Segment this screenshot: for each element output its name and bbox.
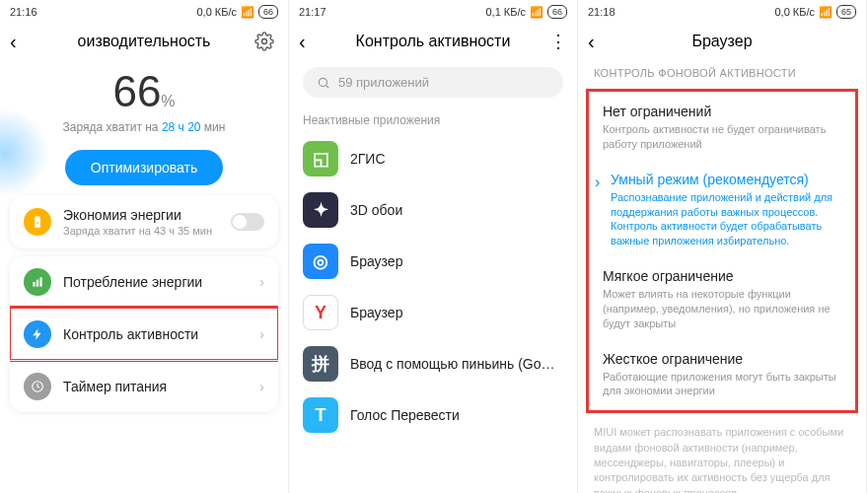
- status-time: 21:18: [588, 6, 615, 18]
- row-activity-control[interactable]: Контроль активности ›: [10, 308, 278, 360]
- app-label: Браузер: [350, 305, 563, 320]
- row-title: Таймер питания: [63, 379, 248, 394]
- svg-rect-1: [33, 282, 35, 287]
- option-desc: Контроль активности не будет ограничиват…: [603, 122, 841, 152]
- status-time: 21:16: [10, 6, 37, 18]
- app-label: Ввод с помощью пиньинь (Go…: [350, 356, 563, 372]
- option-desc: Распознавание приложений и действий для …: [611, 190, 841, 248]
- app-icon: ◱: [303, 141, 338, 176]
- restriction-option[interactable]: Жесткое ограничениеРаботающие приложения…: [589, 341, 855, 409]
- app-row[interactable]: ◱2ГИС: [289, 133, 577, 184]
- option-desc: Может влиять на некоторые функции (напри…: [603, 287, 841, 331]
- app-label: Голос Перевести: [350, 407, 563, 423]
- row-subtitle: Заряда хватит на 43 ч 35 мин: [63, 225, 219, 237]
- page-title: Контроль активности: [323, 33, 543, 50]
- signal-icon: 📶: [530, 6, 543, 19]
- app-label: 2ГИС: [350, 151, 563, 167]
- page-title: Браузер: [612, 33, 832, 50]
- svg-rect-3: [39, 277, 41, 286]
- app-icon: T: [303, 397, 338, 433]
- screen-performance: 21:16 0,0 КБ/с 📶 66 ‹ оизводительность 6…: [0, 0, 289, 493]
- option-title: Умный режим (рекомендуется): [611, 172, 841, 187]
- search-icon: [317, 76, 330, 90]
- section-header: Неактивные приложения: [289, 106, 577, 133]
- more-icon[interactable]: ⋮: [543, 31, 567, 52]
- chevron-right-icon: ›: [259, 326, 264, 342]
- battery-gauge: 66% Заряда хватит на 28 ч 20 мин: [0, 61, 288, 136]
- app-row[interactable]: ◎Браузер: [289, 236, 577, 287]
- app-row[interactable]: YБраузер: [289, 287, 577, 338]
- option-title: Мягкое ограничение: [603, 268, 841, 284]
- settings-icon[interactable]: [254, 32, 278, 51]
- restriction-option[interactable]: Умный режим (рекомендуется)Распознавание…: [589, 162, 855, 258]
- optimize-button[interactable]: Оптимизировать: [65, 150, 223, 185]
- row-title: Контроль активности: [63, 326, 248, 342]
- row-title: Потребление энергии: [63, 274, 248, 290]
- settings-list-card: Потребление энергии › Контроль активност…: [10, 256, 278, 412]
- back-button[interactable]: ‹: [588, 31, 612, 53]
- app-icon: 拼: [303, 346, 338, 382]
- row-title: Экономия энергии: [63, 207, 219, 223]
- restriction-option[interactable]: Мягкое ограничениеМожет влиять на некото…: [589, 258, 855, 341]
- battery-icon: 66: [258, 5, 278, 19]
- restriction-option[interactable]: Нет ограниченийКонтроль активности не бу…: [589, 94, 855, 162]
- statusbar: 21:18 0,0 КБ/с 📶 65: [578, 0, 866, 22]
- energy-toggle[interactable]: [231, 213, 264, 231]
- status-time: 21:17: [299, 6, 326, 18]
- statusbar: 21:17 0,1 КБ/с 📶 66: [289, 0, 577, 22]
- options-list: Нет ограниченийКонтроль активности не бу…: [586, 89, 858, 413]
- status-net: 0,0 КБ/с: [196, 6, 237, 18]
- option-title: Жесткое ограничение: [603, 351, 841, 367]
- svg-point-5: [319, 78, 326, 86]
- app-label: Браузер: [350, 253, 563, 269]
- app-row[interactable]: 拼Ввод с помощью пиньинь (Go…: [289, 338, 577, 389]
- signal-icon: 📶: [241, 6, 254, 19]
- app-icon: ◎: [303, 244, 338, 279]
- category-header: КОНТРОЛЬ ФОНОВОЙ АКТИВНОСТИ: [578, 61, 866, 89]
- row-power-timer[interactable]: Таймер питания ›: [10, 360, 278, 412]
- battery-icon: 66: [547, 5, 567, 19]
- option-title: Нет ограничений: [603, 104, 841, 119]
- status-net: 0,1 КБ/с: [485, 6, 526, 18]
- app-icon: Y: [303, 295, 338, 330]
- back-button[interactable]: ‹: [299, 31, 323, 53]
- row-power-usage[interactable]: Потребление энергии ›: [10, 256, 278, 308]
- battery-save-icon: [24, 208, 51, 236]
- gauge-percent: %: [161, 93, 175, 109]
- screen-browser-activity: 21:18 0,0 КБ/с 📶 65 ‹ Браузер КОНТРОЛЬ Ф…: [578, 0, 867, 493]
- chevron-right-icon: ›: [259, 379, 264, 394]
- svg-rect-2: [36, 280, 38, 287]
- option-desc: Работающие приложения могут быть закрыты…: [603, 370, 841, 399]
- status-net: 0,0 КБ/с: [774, 6, 815, 18]
- header: ‹ Браузер: [578, 22, 866, 61]
- statusbar: 21:16 0,0 КБ/с 📶 66: [0, 0, 288, 22]
- app-icon: ✦: [303, 192, 338, 228]
- app-row[interactable]: ✦3D обои: [289, 184, 577, 236]
- signal-icon: 📶: [819, 6, 832, 19]
- screen-activity-control: 21:17 0,1 КБ/с 📶 66 ‹ Контроль активност…: [289, 0, 578, 493]
- gauge-value: 66: [112, 67, 161, 115]
- app-list: ◱2ГИС✦3D обои◎БраузерYБраузер拼Ввод с пом…: [289, 133, 577, 441]
- bolt-icon: [24, 320, 51, 348]
- page-title: оизводительность: [34, 33, 254, 50]
- clock-icon: [24, 373, 51, 400]
- header: ‹ оизводительность: [0, 22, 288, 61]
- footnote: MIUI может распознавать приложения с осо…: [578, 413, 866, 493]
- back-button[interactable]: ‹: [10, 31, 34, 53]
- row-energy-saver[interactable]: Экономия энергии Заряда хватит на 43 ч 3…: [10, 195, 278, 248]
- bars-icon: [24, 268, 51, 296]
- search-input[interactable]: 59 приложений: [303, 67, 563, 98]
- chevron-right-icon: ›: [259, 274, 264, 290]
- svg-point-0: [262, 39, 267, 44]
- app-label: 3D обои: [350, 202, 563, 218]
- app-row[interactable]: TГолос Перевести: [289, 389, 577, 441]
- energy-saver-card: Экономия энергии Заряда хватит на 43 ч 3…: [10, 195, 278, 248]
- battery-icon: 65: [836, 5, 856, 19]
- header: ‹ Контроль активности ⋮: [289, 22, 577, 61]
- search-placeholder: 59 приложений: [338, 75, 429, 90]
